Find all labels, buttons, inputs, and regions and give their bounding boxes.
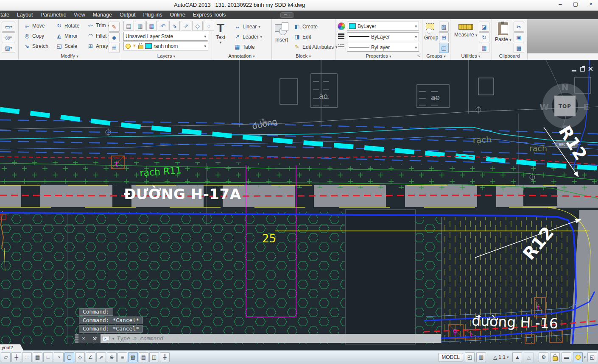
ribbon-overflow-button[interactable]: ▭ ▾ <box>280 12 293 18</box>
groups-panel-label[interactable]: Groups ▾ <box>422 53 450 60</box>
block-create-button[interactable]: ◧Create <box>293 23 318 30</box>
layer-freeze-icon[interactable]: ◇ <box>192 21 203 31</box>
properties-launcher-icon[interactable]: ⇘ <box>417 53 420 59</box>
move-button[interactable]: ↔↕Move <box>23 22 45 29</box>
osnap-toggle[interactable]: ▢ <box>64 352 74 362</box>
auto-annotation-icon[interactable]: △ <box>524 352 534 362</box>
model-space-button[interactable]: MODEL <box>438 353 463 361</box>
trim-button[interactable]: -/--Trim▾ <box>87 22 109 28</box>
lineweight-toggle[interactable]: ≡ <box>117 352 127 362</box>
layer-current-icon[interactable]: ▦ <box>146 21 157 31</box>
ortho-toggle[interactable]: ∟ <box>43 352 53 362</box>
tab-online[interactable]: Online <box>166 11 189 19</box>
layer-unlock-icon[interactable] <box>138 45 143 49</box>
tab-parametric[interactable]: Parametric <box>36 11 70 19</box>
explode-button[interactable]: ◆ <box>109 32 120 42</box>
lineweight-icon[interactable] <box>338 33 344 35</box>
tab-plugins[interactable]: Plug-ins <box>139 11 166 19</box>
dynamic-ucs-toggle[interactable]: ⇗ <box>96 352 106 362</box>
polar-toggle[interactable]: ◔ <box>54 352 64 362</box>
label-ao-1[interactable]: ao <box>319 92 328 100</box>
layout-quickview-icon[interactable]: ◰ <box>465 352 475 362</box>
command-input[interactable]: >_ ▾ Type a command <box>101 334 441 343</box>
layer-match-icon[interactable]: ▥ <box>135 21 145 31</box>
mirror-button[interactable]: ◭Mirror <box>56 33 78 39</box>
toolbar-lock-icon[interactable] <box>550 352 560 362</box>
scale-button[interactable]: ◱Scale <box>56 43 77 49</box>
hardware-accel-icon[interactable] <box>573 352 583 362</box>
label-g-1[interactable]: g <box>453 327 457 335</box>
block-edit-button[interactable]: ◨Edit <box>293 33 311 40</box>
insert-button[interactable]: Insert <box>275 22 288 43</box>
lineweight-combo[interactable]: ByLayer▾ <box>347 32 419 41</box>
layer-thaw-icon[interactable]: ☀ <box>132 43 137 49</box>
copy-button[interactable]: ◎Copy <box>23 33 44 39</box>
grid-toggle[interactable]: ▦ <box>33 352 42 362</box>
tab-annotate-partial[interactable]: tate <box>0 11 13 19</box>
drawing-canvas[interactable]: N W E S TOP WCS ▾ đường ao ao rạch R11 r… <box>0 60 598 350</box>
tab-express-tools[interactable]: Express Tools <box>189 11 230 19</box>
viewcube-west[interactable]: W <box>539 102 549 112</box>
quick-calc-button[interactable]: ↻ <box>479 32 489 42</box>
snap-toggle[interactable]: ┼ <box>11 352 21 362</box>
object-color-combo[interactable]: ByLayer▾ <box>347 22 419 31</box>
layout-tab[interactable]: yout2 <box>0 344 20 350</box>
label-ao-2[interactable]: ao <box>431 93 440 102</box>
group-edit-button[interactable]: ⊞ <box>439 32 449 42</box>
measure-button[interactable]: Measure ▾ <box>454 24 478 38</box>
layer-previous-icon[interactable]: ↶ <box>158 21 168 31</box>
command-tools-icon[interactable]: ⚒ <box>92 336 97 342</box>
otrack-toggle[interactable]: ∠ <box>86 352 95 362</box>
calculator-button[interactable]: ▦ <box>479 43 489 53</box>
osnap3d-toggle[interactable]: ◇ <box>75 352 85 362</box>
modify-panel-label[interactable]: Modify ▾ <box>18 53 121 60</box>
block-panel-label[interactable]: Block ▾ <box>271 53 335 60</box>
command-close-icon[interactable]: × <box>82 336 85 342</box>
edit-attributes-button[interactable]: ✎Edit Attributes▾ <box>293 44 338 50</box>
layer-state-combo[interactable]: Unsaved Layer State▾ <box>123 32 208 41</box>
label-t-1[interactable]: t <box>115 161 118 168</box>
linear-dim-button[interactable]: ↔Linear▾ <box>234 23 260 30</box>
cut-button[interactable]: ✂ <box>514 22 524 32</box>
fillet-button[interactable]: ◠Fillet▾ <box>87 33 110 39</box>
annotation-scale-control[interactable]: △ 1:1 ▾ <box>491 353 511 361</box>
drawing-area[interactable]: N W E S TOP WCS ▾ đường ao ao rạch R11 r… <box>0 60 598 350</box>
erase-button[interactable]: ✎ <box>109 22 120 32</box>
rotate-button[interactable]: ↻Rotate <box>56 22 79 29</box>
table-button[interactable]: ▦Table <box>234 44 255 50</box>
status-tray-icon[interactable]: ▬ <box>562 352 571 362</box>
tab-layout[interactable]: Layout <box>13 11 37 19</box>
layer-isolate-icon[interactable]: ⇘ <box>169 21 180 31</box>
annotation-visibility-icon[interactable]: ▲ <box>512 352 522 362</box>
drawing-quickview-icon[interactable]: ▥ <box>476 352 486 362</box>
linetype-combo[interactable]: ByLayer▾ <box>347 43 419 52</box>
properties-panel-label[interactable]: Properties ▾⇘ <box>335 53 422 60</box>
command-bar[interactable]: × ⚒ >_ ▾ Type a command <box>75 334 441 343</box>
tab-output[interactable]: Output <box>116 11 140 19</box>
utilities-panel-label[interactable]: Utilities ▾ <box>450 53 492 60</box>
infer-constraints-toggle[interactable]: ▱ <box>1 352 11 362</box>
selection-cycling-toggle[interactable]: ◫ <box>149 352 159 362</box>
label-duong-top[interactable]: đường <box>251 117 278 131</box>
annotation-panel-label[interactable]: Annotation ▾ <box>212 53 271 60</box>
dynamic-input-toggle[interactable]: ⊕ <box>107 352 117 362</box>
transparency-toggle[interactable]: ▨ <box>128 352 138 362</box>
workspace-gear-icon[interactable]: ⚙ <box>539 352 548 362</box>
draw-rectangle-icon[interactable]: ▭▾ <box>2 22 15 32</box>
quick-select-button[interactable]: ◪ <box>479 22 489 32</box>
clean-screen-icon[interactable]: ◱ <box>587 352 597 362</box>
canvas-restore-icon[interactable] <box>581 66 585 71</box>
grid-dots-toggle[interactable]: ∷ <box>22 352 32 362</box>
add-selected-toggle[interactable]: ╋ <box>160 352 170 362</box>
label-rach-2[interactable]: rạch <box>529 144 547 153</box>
label-parcel-25[interactable]: 25 <box>262 232 276 245</box>
viewcube-north[interactable]: N <box>562 82 569 92</box>
label-rach-1[interactable]: rạch <box>472 134 492 145</box>
close-icon[interactable]: × <box>586 1 595 7</box>
label-road-h16[interactable]: đường H -16 <box>472 312 559 332</box>
group-button[interactable]: Group <box>424 23 438 41</box>
match-properties-button[interactable]: ▩ <box>514 43 524 53</box>
linetype-icon[interactable] <box>338 44 344 45</box>
command-recent-icon[interactable]: ▾ <box>112 336 115 341</box>
canvas-minimize-icon[interactable] <box>572 70 576 72</box>
